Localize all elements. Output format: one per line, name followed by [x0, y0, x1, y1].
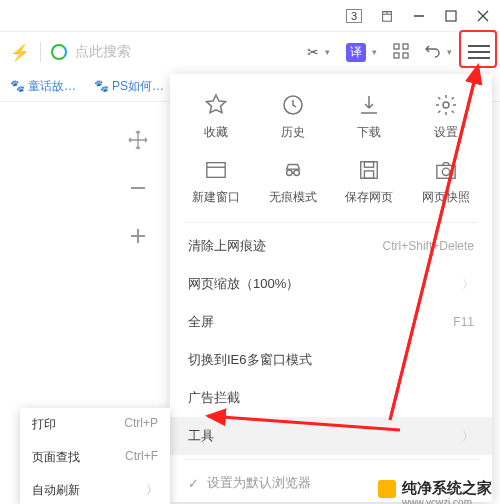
dropdown-caret[interactable]: ▾	[325, 47, 330, 57]
menu-grid-row: 收藏 历史 下载 设置	[170, 88, 492, 153]
menu-label: 设置为默认浏览器	[207, 474, 311, 492]
menu-zoom[interactable]: 网页缩放（100%） 〉	[170, 265, 492, 303]
camera-icon	[433, 157, 459, 183]
menu-save-page[interactable]: 保存网页	[334, 157, 404, 206]
menu-new-window[interactable]: 新建窗口	[181, 157, 251, 206]
svg-rect-4	[394, 44, 399, 49]
menu-label: 下载	[357, 124, 381, 141]
move-icon[interactable]	[128, 130, 148, 154]
search-box[interactable]: 点此搜索	[51, 43, 211, 61]
menu-label: 网页缩放（100%）	[188, 275, 299, 293]
svg-rect-13	[207, 163, 225, 178]
menu-label: 新建窗口	[192, 189, 240, 206]
chevron-right-icon: 〉	[146, 482, 158, 499]
menu-button[interactable]	[468, 45, 490, 59]
dropdown-caret[interactable]: ▾	[447, 47, 452, 57]
dropdown-caret[interactable]: ▾	[372, 47, 377, 57]
clock-icon	[280, 92, 306, 118]
paw-icon: 🐾	[94, 79, 109, 93]
menu-clear-history[interactable]: 清除上网痕迹 Ctrl+Shift+Delete	[170, 227, 492, 265]
watermark-logo-icon	[378, 480, 396, 498]
menu-snapshot[interactable]: 网页快照	[411, 157, 481, 206]
menu-ie6-mode[interactable]: 切换到IE6多窗口模式	[170, 341, 492, 379]
tab-count-badge: 3	[346, 9, 362, 23]
menu-history[interactable]: 历史	[258, 92, 328, 141]
menu-label: 打印	[32, 416, 56, 433]
menu-label: 广告拦截	[188, 389, 240, 407]
save-icon	[356, 157, 382, 183]
svg-point-12	[443, 102, 449, 108]
page-tools	[128, 130, 148, 250]
svg-rect-6	[394, 53, 399, 58]
submenu-print[interactable]: 打印 Ctrl+P	[20, 408, 170, 441]
svg-rect-21	[437, 165, 455, 178]
separator	[184, 459, 478, 460]
menu-grid-row: 新建窗口 无痕模式 保存网页 网页快照	[170, 153, 492, 218]
submenu-autorefresh[interactable]: 自动刷新 〉	[20, 474, 170, 504]
incognito-icon	[280, 157, 306, 183]
svg-point-16	[294, 170, 300, 176]
menu-label: 无痕模式	[269, 189, 317, 206]
minimize-button[interactable]	[412, 9, 426, 23]
tools-submenu: 打印 Ctrl+P 页面查找 Ctrl+F 自动刷新 〉	[20, 408, 170, 504]
bookmark-item[interactable]: 🐾童话故…	[10, 78, 76, 95]
menu-incognito[interactable]: 无痕模式	[258, 157, 328, 206]
menu-favorites[interactable]: 收藏	[181, 92, 251, 141]
shortcut-hint: Ctrl+Shift+Delete	[383, 239, 474, 253]
svg-rect-19	[365, 162, 374, 168]
divider	[40, 42, 41, 62]
translate-button[interactable]: 译	[346, 43, 366, 62]
submenu-find[interactable]: 页面查找 Ctrl+F	[20, 441, 170, 474]
check-icon: ✓	[188, 476, 199, 491]
paw-icon: 🐾	[10, 79, 25, 93]
menu-label: 保存网页	[345, 189, 393, 206]
main-menu-panel: 收藏 历史 下载 设置 新建窗口 无痕模式 保存网页 网页快照	[170, 74, 492, 502]
maximize-button[interactable]	[444, 9, 458, 23]
menu-label: 历史	[281, 124, 305, 141]
window-icon	[203, 157, 229, 183]
shortcut-hint: Ctrl+F	[125, 449, 158, 466]
plus-icon[interactable]	[128, 226, 148, 250]
menu-label: 收藏	[204, 124, 228, 141]
close-button[interactable]	[476, 9, 490, 23]
search-logo-icon	[51, 44, 67, 60]
menu-label: 切换到IE6多窗口模式	[188, 351, 312, 369]
watermark-text: 纯净系统之家	[402, 479, 492, 498]
menu-tools[interactable]: 工具 〉	[170, 417, 492, 455]
menu-label: 清除上网痕迹	[188, 237, 266, 255]
apps-grid-icon[interactable]	[393, 43, 409, 62]
window-titlebar: 3	[0, 0, 500, 32]
svg-rect-5	[403, 44, 408, 49]
shortcut-hint: F11	[453, 315, 474, 329]
main-toolbar: ⚡ 点此搜索 ✂▾ 译▾ ▾	[0, 32, 500, 72]
svg-point-22	[442, 168, 449, 175]
separator	[184, 222, 478, 223]
menu-settings[interactable]: 设置	[411, 92, 481, 141]
menu-label: 工具	[188, 427, 214, 445]
bolt-icon[interactable]: ⚡	[10, 43, 30, 62]
star-icon	[203, 92, 229, 118]
chevron-right-icon: 〉	[462, 428, 474, 445]
menu-label: 全屏	[188, 313, 214, 331]
chevron-right-icon: 〉	[462, 276, 474, 293]
minus-icon[interactable]	[128, 178, 148, 202]
bookmark-item[interactable]: 🐾PS如何…	[94, 78, 164, 95]
shortcut-hint: Ctrl+P	[124, 416, 158, 433]
toolbar-actions: ✂▾ 译▾ ▾	[307, 43, 490, 62]
search-placeholder: 点此搜索	[75, 43, 131, 61]
svg-rect-20	[365, 171, 374, 178]
wardrobe-icon[interactable]	[380, 9, 394, 23]
gear-icon	[433, 92, 459, 118]
svg-rect-1	[446, 11, 456, 21]
scissors-icon[interactable]: ✂	[307, 44, 319, 60]
watermark: 纯净系统之家 www.ycwzj.com	[378, 479, 492, 498]
undo-icon[interactable]	[425, 43, 441, 62]
menu-label: 网页快照	[422, 189, 470, 206]
svg-point-15	[286, 170, 292, 176]
download-icon	[356, 92, 382, 118]
menu-fullscreen[interactable]: 全屏 F11	[170, 303, 492, 341]
menu-label: 自动刷新	[32, 482, 80, 499]
svg-rect-7	[403, 53, 408, 58]
menu-adblock[interactable]: 广告拦截	[170, 379, 492, 417]
menu-download[interactable]: 下载	[334, 92, 404, 141]
